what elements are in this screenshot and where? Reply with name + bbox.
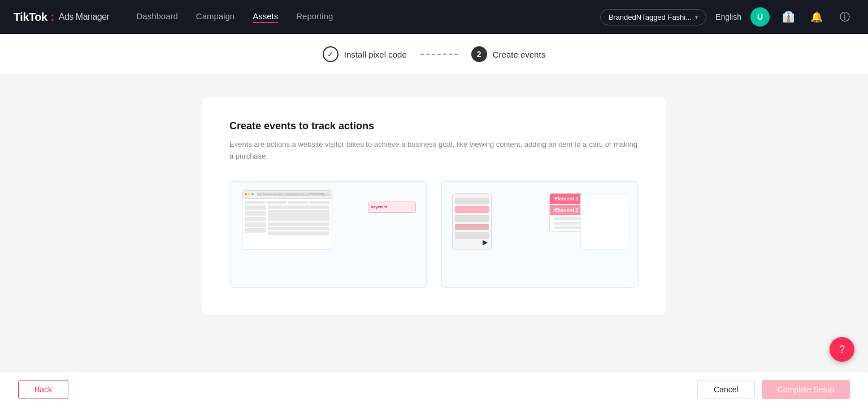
nav-right: BrandedNTagged Fashi... ▾ English U 👔 🔔 … — [600, 7, 854, 27]
complete-setup-button[interactable]: Complete Setup — [762, 380, 850, 399]
browser-content-row — [245, 205, 329, 235]
help-float-icon: ? — [839, 344, 845, 356]
cursor-icon: ▶ — [483, 238, 488, 246]
briefcase-icon: 👔 — [782, 11, 795, 23]
step-1: ✓ Install pixel code — [323, 46, 407, 62]
nav-reporting[interactable]: Reporting — [296, 11, 333, 23]
keyword-text: keyword — [371, 205, 387, 209]
help-button[interactable]: ⓘ — [835, 7, 854, 27]
keyword-box: keyword — [368, 202, 416, 213]
briefcase-button[interactable]: 👔 — [779, 7, 798, 27]
help-circle-icon: ⓘ — [840, 10, 850, 24]
url-card-body: URL events Track every time someone visi… — [231, 287, 426, 288]
help-float-button[interactable]: ? — [830, 337, 854, 362]
bell-icon: 🔔 — [810, 11, 823, 23]
nav-assets[interactable]: Assets — [253, 11, 278, 23]
browser-main — [268, 205, 329, 235]
click-event-card: ▶ Element 1 Element 2 Click events Track… — [441, 181, 639, 288]
stepper: ✓ Install pixel code 2 Create events — [0, 34, 868, 75]
click-large-panel — [580, 193, 628, 250]
browser-nav — [245, 201, 329, 204]
step-divider — [420, 54, 458, 55]
logo-colon: : — [51, 11, 54, 24]
step-1-label: Install pixel code — [344, 50, 407, 59]
cancel-button[interactable]: Cancel — [697, 380, 755, 399]
browser-body — [242, 199, 332, 237]
logo-ads: Ads Manager — [59, 12, 110, 22]
nav-links: Dashboard Campaign Assets Reporting — [136, 11, 333, 23]
url-event-card: http://www.example.com/pages/product_123… — [229, 181, 427, 288]
nav-campaign[interactable]: Campaign — [196, 11, 235, 23]
nav-dashboard[interactable]: Dashboard — [136, 11, 177, 23]
section-desc: Events are actions a website visitor tak… — [229, 139, 639, 163]
browser-url-bar: http://www.example.com/pages/product_123… — [257, 192, 329, 196]
account-selector[interactable]: BrandedNTagged Fashi... ▾ — [600, 9, 706, 25]
click-illustration: ▶ Element 1 Element 2 — [442, 182, 637, 287]
logo: TikTok: Ads Manager — [14, 11, 109, 24]
language-selector[interactable]: English — [715, 12, 741, 21]
cards-row: http://www.example.com/pages/product_123… — [229, 181, 639, 288]
navbar: TikTok: Ads Manager Dashboard Campaign A… — [0, 0, 868, 34]
browser-bar: http://www.example.com/pages/product_123… — [242, 191, 332, 199]
footer-right: Cancel Complete Setup — [697, 380, 850, 399]
click-card-body: Click events Track every time someone cl… — [442, 287, 637, 288]
avatar[interactable]: U — [750, 7, 770, 27]
step-2-label: Create events — [493, 50, 545, 59]
bell-button[interactable]: 🔔 — [807, 7, 826, 27]
logo-tiktok: TikTok — [14, 11, 47, 24]
section-title: Create events to track actions — [229, 120, 639, 132]
url-illustration: http://www.example.com/pages/product_123… — [231, 182, 426, 287]
main-content: Create events to track actions Events ar… — [202, 98, 666, 315]
account-name: BrandedNTagged Fashi... — [609, 13, 692, 21]
footer: Back Cancel Complete Setup — [0, 371, 868, 407]
step-2: 2 Create events — [471, 46, 545, 62]
url-browser: http://www.example.com/pages/product_123… — [242, 190, 332, 250]
step-2-circle: 2 — [471, 46, 487, 62]
back-button[interactable]: Back — [18, 380, 68, 399]
chevron-down-icon: ▾ — [695, 14, 698, 20]
browser-sidebar — [245, 205, 266, 235]
step-1-circle: ✓ — [323, 46, 338, 62]
